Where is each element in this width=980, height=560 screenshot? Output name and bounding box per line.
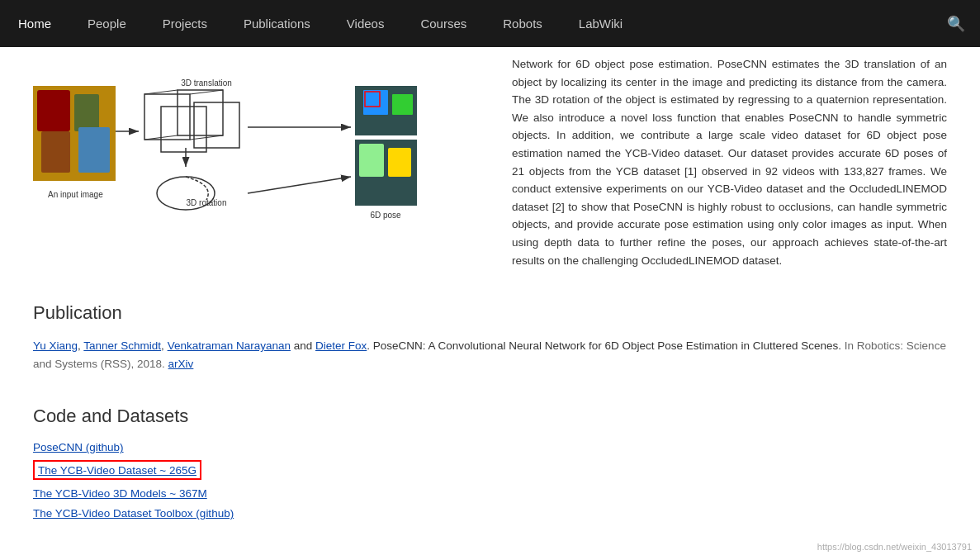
author-venkatraman[interactable]: Venkatraman Narayanan: [168, 339, 291, 352]
nav-labwiki[interactable]: LabWiki: [561, 0, 641, 47]
svg-rect-23: [359, 144, 384, 177]
author-dieter-fox[interactable]: Dieter Fox: [315, 339, 367, 352]
posecnn-github-link[interactable]: PoseCNN (github): [33, 441, 124, 453]
dataset-link-item-0: PoseCNN (github): [33, 440, 947, 453]
svg-rect-19: [363, 90, 388, 115]
navigation: Home People Projects Publications Videos…: [0, 0, 980, 47]
intro-text-block: Network for 6D object pose estimation. P…: [512, 55, 947, 269]
svg-rect-1: [37, 90, 70, 131]
svg-rect-10: [194, 102, 239, 148]
watermark: https://blog.csdn.net/weixin_43013791: [817, 542, 972, 552]
nav-robots[interactable]: Robots: [485, 0, 561, 47]
svg-rect-9: [178, 90, 223, 135]
author-yu-xiang[interactable]: Yu Xiang: [33, 339, 78, 352]
svg-rect-2: [74, 94, 99, 131]
datasets-section-title: Code and Datasets: [33, 406, 947, 427]
svg-rect-4: [78, 127, 110, 173]
main-content: An input image 3D translation: [0, 55, 980, 559]
ycb-3d-models-link[interactable]: The YCB-Video 3D Models ~ 367M: [33, 487, 207, 500]
search-button[interactable]: 🔍: [932, 0, 980, 47]
svg-line-27: [248, 177, 351, 193]
image-text-row: An input image 3D translation: [33, 55, 947, 269]
svg-rect-20: [392, 94, 413, 115]
nav-people[interactable]: People: [69, 0, 144, 47]
arxiv-link[interactable]: arXiv: [168, 358, 194, 370]
nav-videos[interactable]: Videos: [329, 0, 403, 47]
publication-section-title: Publication: [33, 302, 947, 324]
publication-text: Yu Xiang, Tanner Schmidt, Venkatraman Na…: [33, 337, 947, 373]
dataset-link-item-1: The YCB-Video Dataset ~ 265G: [33, 460, 947, 480]
ycb-video-highlight: The YCB-Video Dataset ~ 265G: [33, 460, 201, 480]
pose-diagram-svg: An input image 3D translation: [33, 78, 479, 247]
ycb-video-dataset-link[interactable]: The YCB-Video Dataset ~ 265G: [38, 464, 196, 477]
paper-title: PoseCNN: A Convolutional Neural Network …: [373, 339, 841, 352]
svg-rect-3: [41, 131, 70, 173]
svg-rect-24: [388, 148, 411, 177]
intro-text: Network for 6D object pose estimation. P…: [512, 58, 947, 267]
ycb-toolbox-link[interactable]: The YCB-Video Dataset Toolbox (github): [33, 507, 234, 520]
svg-rect-8: [161, 107, 206, 152]
dataset-link-item-3: The YCB-Video Dataset Toolbox (github): [33, 506, 947, 520]
datasets-list: PoseCNN (github) The YCB-Video Dataset ~…: [33, 440, 947, 520]
nav-publications[interactable]: Publications: [225, 0, 329, 47]
svg-text:3D translation: 3D translation: [181, 78, 232, 88]
nav-home[interactable]: Home: [0, 0, 69, 47]
nav-projects[interactable]: Projects: [144, 0, 225, 47]
input-image-label: An input image: [48, 190, 103, 199]
nav-courses[interactable]: Courses: [402, 0, 485, 47]
author-tanner-schmidt[interactable]: Tanner Schmidt: [83, 339, 161, 352]
dataset-link-item-2: The YCB-Video 3D Models ~ 367M: [33, 486, 947, 500]
svg-text:6D pose: 6D pose: [370, 211, 401, 220]
figure-area: An input image 3D translation: [33, 55, 495, 269]
svg-rect-7: [144, 94, 190, 140]
